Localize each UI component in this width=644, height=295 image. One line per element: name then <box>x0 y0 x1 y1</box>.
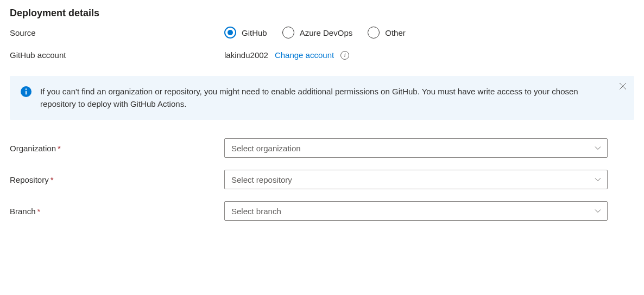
organization-select[interactable]: Select organization <box>224 138 608 158</box>
repository-select[interactable]: Select repository <box>224 170 608 189</box>
change-account-link[interactable]: Change account <box>275 50 334 60</box>
section-title: Deployment details <box>10 8 634 19</box>
source-radio-azuredevops[interactable]: Azure DevOps <box>282 27 353 39</box>
info-icon[interactable]: i <box>340 51 349 60</box>
source-radio-other-label: Other <box>385 28 406 37</box>
chevron-down-icon <box>594 176 602 183</box>
organization-label-col: Organization* <box>10 144 224 153</box>
branch-row: Branch* Select branch <box>10 201 634 221</box>
branch-label-col: Branch* <box>10 207 224 216</box>
repository-row: Repository* Select repository <box>10 170 634 189</box>
svg-rect-1 <box>26 91 27 95</box>
repository-placeholder: Select repository <box>231 175 292 184</box>
close-icon[interactable] <box>619 82 627 90</box>
radio-icon <box>224 27 236 39</box>
repository-label: Repository <box>10 175 49 184</box>
source-radio-group: GitHub Azure DevOps Other <box>224 27 634 39</box>
chevron-down-icon <box>594 144 602 152</box>
permissions-info-banner: If you can't find an organization or rep… <box>10 76 634 120</box>
github-account-label: GitHub account <box>10 50 224 60</box>
branch-label: Branch <box>10 207 36 216</box>
branch-select[interactable]: Select branch <box>224 201 608 221</box>
source-label: Source <box>10 28 224 37</box>
organization-label: Organization <box>10 144 56 153</box>
info-icon <box>21 86 31 110</box>
branch-placeholder: Select branch <box>231 207 281 216</box>
required-asterisk: * <box>37 207 41 216</box>
organization-placeholder: Select organization <box>231 144 301 153</box>
repository-label-col: Repository* <box>10 175 224 184</box>
source-radio-github-label: GitHub <box>242 28 267 37</box>
github-account-value: lakindu2002 <box>224 50 268 60</box>
radio-icon <box>282 27 294 39</box>
organization-row: Organization* Select organization <box>10 138 634 158</box>
github-account-row: GitHub account lakindu2002 Change accoun… <box>10 50 634 60</box>
required-asterisk: * <box>58 144 61 153</box>
source-radio-github[interactable]: GitHub <box>224 27 267 39</box>
info-banner-text: If you can't find an organization or rep… <box>40 86 610 110</box>
svg-point-2 <box>26 88 27 90</box>
source-radio-other[interactable]: Other <box>368 27 406 39</box>
chevron-down-icon <box>594 207 602 215</box>
source-row: Source GitHub Azure DevOps Other <box>10 27 634 39</box>
radio-icon <box>368 27 380 39</box>
source-radio-azuredevops-label: Azure DevOps <box>300 28 353 37</box>
required-asterisk: * <box>50 175 54 184</box>
